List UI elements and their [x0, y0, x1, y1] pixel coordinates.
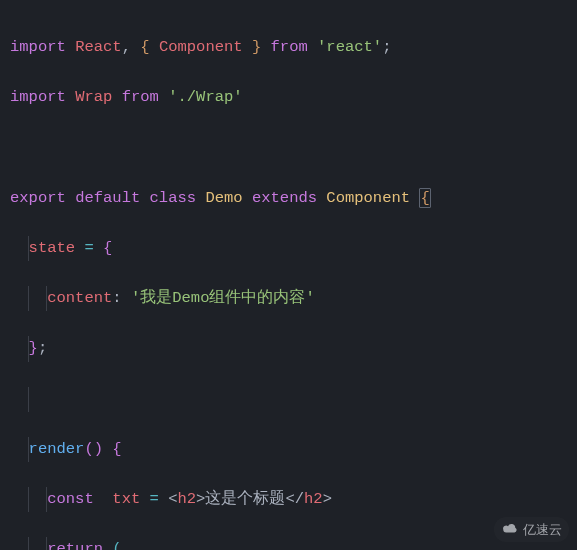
code-line: }; — [10, 336, 571, 361]
string-content: '我是Demo组件中的内容' — [131, 289, 315, 307]
keyword-return: return — [47, 540, 103, 550]
keyword-import: import — [10, 38, 66, 56]
string-wrap-mod: './Wrap' — [168, 88, 242, 106]
code-editor[interactable]: import React, { Component } from 'react'… — [0, 0, 577, 550]
keyword-from: from — [271, 38, 308, 56]
ident-wrap: Wrap — [75, 88, 112, 106]
code-line: content: '我是Demo组件中的内容' — [10, 286, 571, 311]
code-line: import Wrap from './Wrap' — [10, 85, 571, 110]
ident-component: Component — [159, 38, 243, 56]
classname-demo: Demo — [205, 189, 242, 207]
keyword-class: class — [150, 189, 197, 207]
ident-react: React — [75, 38, 122, 56]
prop-content: content — [47, 289, 112, 307]
code-line: render() { — [10, 437, 571, 462]
keyword-default: default — [75, 189, 140, 207]
prop-state: state — [29, 239, 76, 257]
classname-component: Component — [326, 189, 410, 207]
code-line: state = { — [10, 236, 571, 261]
code-line: import React, { Component } from 'react'… — [10, 35, 571, 60]
string-react-mod: 'react' — [317, 38, 382, 56]
jsx-text: 这是个标题 — [205, 490, 285, 508]
keyword-const: const — [47, 490, 94, 508]
tag-h2: h2 — [178, 490, 197, 508]
keyword-extends: extends — [252, 189, 317, 207]
code-line-blank — [10, 136, 571, 161]
ident-txt: txt — [112, 490, 140, 508]
code-line-blank — [10, 387, 571, 412]
keyword-export: export — [10, 189, 66, 207]
brace-open: { — [419, 188, 430, 208]
code-line: export default class Demo extends Compon… — [10, 186, 571, 211]
code-line: const txt = <h2>这是个标题</h2> — [10, 487, 571, 512]
method-render: render — [29, 440, 85, 458]
code-line: return ( — [10, 537, 571, 550]
